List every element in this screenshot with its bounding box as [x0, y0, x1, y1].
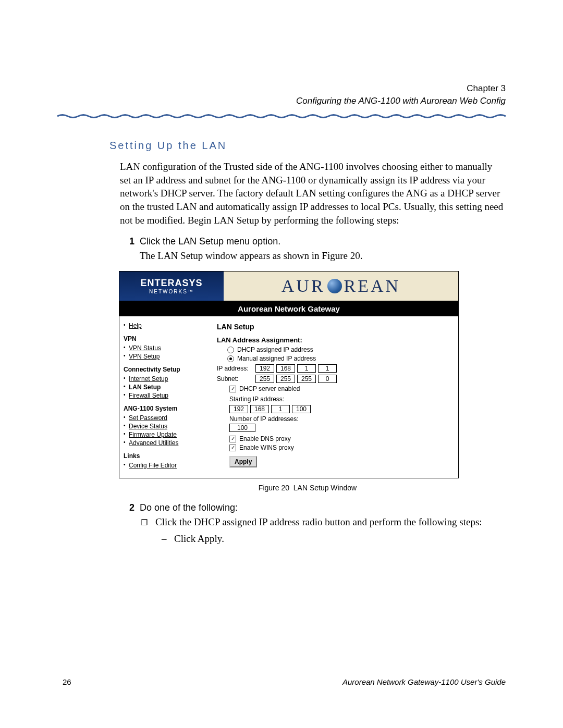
- subnet-label: Subnet:: [217, 375, 255, 382]
- main-panel: LAN Setup LAN Address Assignment: DHCP a…: [211, 316, 458, 478]
- brand-part-a: AUR: [282, 276, 325, 296]
- wins-proxy-check[interactable]: Enable WINS proxy: [229, 444, 452, 451]
- radio-icon: [227, 355, 234, 362]
- dash-text: Click Apply.: [174, 533, 224, 545]
- subnet-row: Subnet:: [217, 375, 452, 383]
- sidebar-group-system: ANG-1100 System: [124, 405, 206, 412]
- banner-brand-right: AUR REAN: [224, 272, 458, 301]
- ip-octet-4[interactable]: [318, 364, 337, 373]
- start-ip-3[interactable]: [271, 405, 290, 413]
- radio-dhcp-row[interactable]: DHCP assigned IP address: [227, 346, 452, 353]
- section-title: Setting Up the LAN: [109, 140, 506, 152]
- radio-icon: [227, 347, 234, 353]
- ip-label: IP address:: [217, 365, 255, 372]
- banner-logo-left: ENTERASYS NETWORKS™: [119, 272, 224, 301]
- footer-guide-name: Aurorean Network Gateway-1100 User's Gui…: [342, 677, 506, 686]
- starting-ip-label: Starting IP address:: [229, 396, 452, 403]
- wins-proxy-label: Enable WINS proxy: [239, 444, 294, 451]
- globe-icon: [327, 279, 342, 293]
- page-number: 26: [63, 677, 71, 686]
- dns-proxy-check[interactable]: Enable DNS proxy: [229, 435, 452, 442]
- caption-text: LAN Setup Window: [293, 484, 357, 492]
- checkbox-icon: [229, 386, 236, 392]
- starting-ip-row: [229, 405, 452, 413]
- sidebar-item-firewall-setup[interactable]: Firewall Setup: [124, 391, 206, 400]
- figure-caption: Figure 20 LAN Setup Window: [109, 484, 506, 492]
- title-bar: Aurorean Network Gateway: [119, 301, 458, 316]
- lan-assignment-label: LAN Address Assignment:: [217, 336, 452, 344]
- num-addr-input[interactable]: [229, 424, 255, 432]
- checkbox-icon: [229, 445, 236, 451]
- step-number: 1: [120, 236, 140, 247]
- radio-dhcp-label: DHCP assigned IP address: [237, 346, 313, 353]
- dhcp-server-label: DHCP server enabled: [239, 385, 300, 392]
- subnet-octet-1[interactable]: [255, 375, 274, 383]
- caption-prefix: Figure 20: [259, 484, 289, 492]
- sidebar-item-internet-setup[interactable]: Internet Setup: [124, 375, 206, 383]
- box-bullet-icon: ❐: [141, 516, 155, 528]
- main-heading: LAN Setup: [217, 323, 452, 331]
- start-ip-2[interactable]: [250, 405, 269, 413]
- sidebar-item-vpn-setup[interactable]: VPN Setup: [124, 352, 206, 361]
- ip-octet-2[interactable]: [276, 364, 295, 373]
- radio-manual-label: Manual assigned IP address: [237, 355, 316, 362]
- step-2-sub1: ❐ Click the DHCP assigned IP address rad…: [141, 516, 506, 528]
- sidebar-group-connectivity: Connectivity Setup: [124, 366, 206, 373]
- step-text: Click the LAN Setup menu option.: [140, 236, 280, 247]
- page-footer: 26 Aurorean Network Gateway-1100 User's …: [63, 677, 506, 686]
- sidebar-group-links: Links: [124, 452, 206, 460]
- page: Chapter 3 Configuring the ANG-1100 with …: [0, 0, 563, 728]
- config-body: Help VPN VPN Status VPN Setup Connectivi…: [119, 316, 458, 478]
- logo-top: ENTERASYS: [140, 278, 202, 289]
- subnet-octet-3[interactable]: [297, 375, 316, 383]
- sidebar-item-firmware-update[interactable]: Firmware Update: [124, 430, 206, 439]
- sidebar-group-vpn: VPN: [124, 335, 206, 342]
- radio-manual-row[interactable]: Manual assigned IP address: [227, 355, 452, 362]
- dhcp-server-check[interactable]: DHCP server enabled: [229, 385, 452, 392]
- sidebar-item-lan-setup[interactable]: LAN Setup: [124, 383, 206, 391]
- sidebar-item-advanced-utilities[interactable]: Advanced Utilities: [124, 439, 206, 447]
- chapter-label: Chapter 3: [57, 83, 506, 94]
- sidebar-item-config-editor[interactable]: Config File Editor: [124, 461, 206, 470]
- wave-divider: [57, 114, 506, 119]
- section: Setting Up the LAN LAN configuration of …: [109, 140, 506, 545]
- figure-screenshot: ENTERASYS NETWORKS™ AUR REAN Aurorean Ne…: [119, 271, 459, 478]
- sidebar-item-device-status[interactable]: Device Status: [124, 422, 206, 430]
- step-1-follow: The LAN Setup window appears as shown in…: [140, 250, 506, 262]
- banner: ENTERASYS NETWORKS™ AUR REAN: [119, 272, 458, 301]
- step-1: 1 Click the LAN Setup menu option.: [120, 236, 506, 247]
- logo-bottom: NETWORKS™: [149, 289, 194, 294]
- step-number: 2: [120, 502, 140, 513]
- ip-octet-1[interactable]: [255, 364, 274, 373]
- step-text: Do one of the following:: [140, 502, 238, 513]
- step-2: 2 Do one of the following:: [120, 502, 506, 513]
- dns-proxy-label: Enable DNS proxy: [239, 435, 291, 442]
- chapter-subtitle: Configuring the ANG-1100 with Aurorean W…: [57, 96, 506, 106]
- step-2-sub1-text: Click the DHCP assigned IP address radio…: [155, 516, 482, 528]
- ip-octet-3[interactable]: [297, 364, 316, 373]
- sidebar-item-vpn-status[interactable]: VPN Status: [124, 344, 206, 352]
- sidebar-item-set-password[interactable]: Set Password: [124, 414, 206, 422]
- num-addr-label: Number of IP addresses:: [229, 415, 452, 423]
- ip-address-row: IP address:: [217, 364, 452, 373]
- sidebar: Help VPN VPN Status VPN Setup Connectivi…: [119, 316, 211, 478]
- subnet-octet-2[interactable]: [276, 375, 295, 383]
- intro-paragraph: LAN configuration of the Trusted side of…: [120, 160, 506, 227]
- apply-button[interactable]: Apply: [229, 456, 257, 467]
- start-ip-1[interactable]: [229, 405, 248, 413]
- dash-icon: –: [162, 533, 174, 545]
- brand-part-b: REAN: [344, 276, 401, 296]
- sidebar-item-help[interactable]: Help: [124, 322, 206, 330]
- checkbox-icon: [229, 436, 236, 442]
- start-ip-4[interactable]: [292, 405, 311, 413]
- subnet-octet-4[interactable]: [318, 375, 337, 383]
- step-2-sub1-dash1: – Click Apply.: [162, 533, 506, 545]
